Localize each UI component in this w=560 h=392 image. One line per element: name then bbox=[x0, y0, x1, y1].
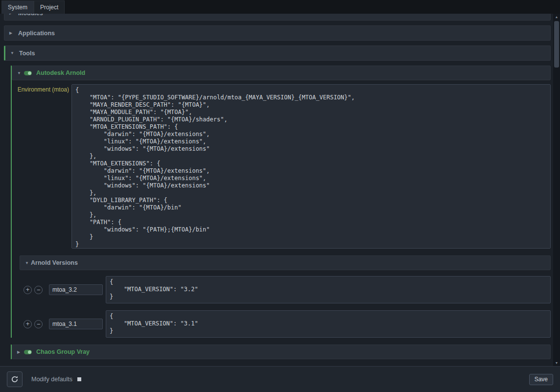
vertical-scrollbar[interactable]: ▲ ▼ bbox=[553, 14, 560, 366]
arnold-section-body: Environment (mtoa) { "MTOA": "{PYPE_STUD… bbox=[12, 84, 551, 338]
version-json-editor[interactable]: { "MTOA_VERSION": "3.1" } bbox=[106, 310, 551, 338]
section-header-applications[interactable]: ▶ Applications bbox=[4, 25, 551, 41]
toggle-knob bbox=[28, 71, 31, 75]
arnold-section: ▼ Autodesk Arnold Environment (mtoa) { "… bbox=[11, 66, 551, 338]
section-title-modules: Modules bbox=[18, 14, 43, 17]
version-json-editor[interactable]: { "MTOA_VERSION": "3.2" } bbox=[106, 276, 551, 303]
arnold-versions-header[interactable]: ▼ Arnold Versions bbox=[20, 255, 551, 270]
section-title-applications: Applications bbox=[18, 30, 55, 37]
version-name-input[interactable] bbox=[49, 284, 103, 295]
section-header-modules[interactable]: ▶ Modules bbox=[4, 14, 551, 21]
footer-bar: Modify defaults Save bbox=[0, 366, 560, 392]
refresh-button[interactable] bbox=[7, 371, 23, 387]
vray-section-header[interactable]: ▶ Chaos Group Vray bbox=[12, 345, 551, 359]
settings-scroll-area: ▶ Modules ▶ Applications ▼ Tools ▼ Autod… bbox=[0, 14, 560, 366]
environment-label: Environment (mtoa) bbox=[12, 84, 71, 93]
toggle-knob bbox=[28, 350, 31, 354]
add-version-button[interactable]: + bbox=[23, 320, 32, 328]
scrollbar-thumb[interactable] bbox=[554, 21, 559, 68]
tab-bar: System Project bbox=[0, 0, 560, 14]
vray-enabled-toggle-icon[interactable] bbox=[24, 350, 32, 354]
chevron-down-icon: ▼ bbox=[25, 261, 31, 265]
section-header-tools[interactable]: ▼ Tools bbox=[4, 46, 551, 61]
version-row: + − { "MTOA_VERSION": "3.2" } bbox=[20, 276, 551, 303]
tab-project[interactable]: Project bbox=[34, 0, 65, 14]
modify-defaults-label: Modify defaults bbox=[31, 376, 72, 383]
tools-section-body: ▼ Autodesk Arnold Environment (mtoa) { "… bbox=[4, 66, 551, 359]
arnold-versions-title: Arnold Versions bbox=[31, 259, 78, 266]
scroll-down-button[interactable]: ▼ bbox=[553, 360, 560, 366]
remove-version-button[interactable]: − bbox=[34, 320, 43, 328]
remove-version-button[interactable]: − bbox=[34, 286, 43, 294]
settings-content: ▶ Modules ▶ Applications ▼ Tools ▼ Autod… bbox=[0, 14, 553, 366]
environment-row: Environment (mtoa) { "MTOA": "{PYPE_STUD… bbox=[12, 84, 551, 249]
arnold-versions-section: ▼ Arnold Versions + − { "MTOA_VERSION": … bbox=[20, 255, 551, 338]
arnold-enabled-toggle-icon[interactable] bbox=[24, 71, 32, 75]
environment-json-editor[interactable]: { "MTOA": "{PYPE_STUDIO_SOFTWARE}/arnold… bbox=[71, 84, 551, 249]
chevron-down-icon: ▼ bbox=[10, 51, 16, 55]
version-row: + − { "MTOA_VERSION": "3.1" } bbox=[20, 310, 551, 338]
vray-section-title: Chaos Group Vray bbox=[36, 348, 90, 355]
settings-window: System Project ▶ Modules ▶ Applications … bbox=[0, 0, 560, 392]
section-title-tools: Tools bbox=[19, 50, 35, 57]
chevron-down-icon: ▼ bbox=[17, 71, 23, 75]
chevron-right-icon: ▶ bbox=[9, 14, 15, 15]
save-button[interactable]: Save bbox=[529, 374, 553, 385]
tab-system[interactable]: System bbox=[1, 0, 34, 14]
scroll-up-button[interactable]: ▲ bbox=[553, 14, 560, 20]
chevron-right-icon: ▶ bbox=[17, 350, 23, 354]
modify-defaults-checkbox[interactable] bbox=[77, 377, 81, 381]
add-version-button[interactable]: + bbox=[23, 286, 32, 294]
refresh-icon bbox=[11, 375, 19, 383]
arnold-section-header[interactable]: ▼ Autodesk Arnold bbox=[12, 66, 551, 80]
vray-section: ▶ Chaos Group Vray bbox=[11, 345, 551, 359]
arnold-section-title: Autodesk Arnold bbox=[36, 69, 85, 76]
version-name-input[interactable] bbox=[49, 319, 103, 329]
chevron-right-icon: ▶ bbox=[9, 31, 15, 35]
